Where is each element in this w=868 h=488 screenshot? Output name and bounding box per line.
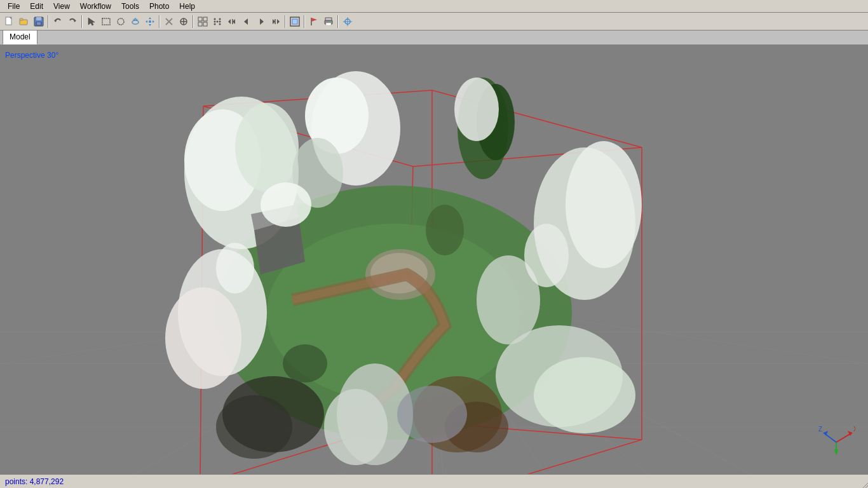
svg-line-70 <box>200 106 203 474</box>
new-button[interactable] <box>3 15 17 29</box>
svg-point-52 <box>330 22 332 23</box>
menu-workflow[interactable]: Workflow <box>75 1 116 12</box>
menu-view[interactable]: View <box>48 1 75 12</box>
svg-line-62 <box>434 300 826 474</box>
svg-text:X: X <box>853 426 855 433</box>
svg-point-107 <box>261 182 311 227</box>
svg-line-59 <box>434 300 445 474</box>
sep4 <box>193 15 194 28</box>
svg-point-100 <box>292 138 343 208</box>
save-button[interactable] <box>32 15 46 29</box>
svg-point-80 <box>305 78 369 154</box>
svg-marker-18 <box>146 20 147 23</box>
svg-point-91 <box>165 287 241 389</box>
tab-area: Model <box>0 30 868 46</box>
svg-point-96 <box>222 376 324 452</box>
pan-button[interactable] <box>143 15 157 29</box>
svg-point-81 <box>458 78 508 179</box>
menu-photo[interactable]: Photo <box>144 1 174 12</box>
svg-marker-40 <box>244 18 248 25</box>
perspective-label: Perspective 30° <box>5 51 58 60</box>
prev-camera-button[interactable] <box>225 15 239 29</box>
svg-marker-68 <box>200 421 642 474</box>
rect-select-button[interactable] <box>99 15 113 29</box>
svg-point-75 <box>267 224 521 402</box>
svg-rect-26 <box>198 17 202 21</box>
svg-point-106 <box>524 224 569 287</box>
svg-point-30 <box>214 18 216 20</box>
open-button[interactable] <box>17 15 31 29</box>
redo-button[interactable] <box>65 15 79 29</box>
svg-line-118 <box>865 485 868 488</box>
svg-point-78 <box>235 103 299 192</box>
svg-point-34 <box>217 20 219 22</box>
svg-marker-19 <box>153 20 154 23</box>
prev-nav-button[interactable] <box>240 15 254 29</box>
sep3 <box>159 15 160 28</box>
next-nav-button[interactable] <box>254 15 268 29</box>
undo-button[interactable] <box>51 15 65 29</box>
points-button[interactable] <box>210 15 224 29</box>
svg-text:Z: Z <box>818 426 822 433</box>
svg-point-94 <box>337 363 413 465</box>
svg-point-93 <box>370 253 428 294</box>
svg-point-83 <box>454 78 499 141</box>
svg-rect-6 <box>36 17 41 20</box>
svg-line-64 <box>434 300 868 363</box>
svg-point-98 <box>413 376 502 452</box>
svg-line-73 <box>407 166 413 421</box>
flag-button[interactable] <box>307 15 321 29</box>
view-all-button[interactable] <box>288 15 302 29</box>
grid-overlay <box>0 46 868 474</box>
sep1 <box>48 15 49 28</box>
svg-point-102 <box>477 255 540 344</box>
select-button[interactable] <box>85 15 98 29</box>
svg-marker-89 <box>251 205 299 230</box>
svg-marker-42 <box>277 19 280 24</box>
svg-point-76 <box>184 97 299 249</box>
sep5 <box>285 15 286 28</box>
svg-point-92 <box>365 249 435 300</box>
points-count: points: 4,877,292 <box>5 477 64 486</box>
viewport[interactable]: Perspective 30° <box>0 46 868 474</box>
model-tab[interactable]: Model <box>3 30 37 44</box>
svg-rect-27 <box>203 17 207 21</box>
menu-edit[interactable]: Edit <box>25 1 48 12</box>
add-marker-button[interactable] <box>177 15 191 29</box>
resize-corner[interactable] <box>858 478 868 488</box>
menu-tools[interactable]: Tools <box>116 1 144 12</box>
svg-line-58 <box>318 300 434 474</box>
transform-button[interactable] <box>341 15 355 29</box>
svg-point-36 <box>219 20 221 22</box>
svg-point-90 <box>178 249 267 376</box>
svg-point-13 <box>118 18 124 25</box>
svg-rect-46 <box>292 19 297 24</box>
svg-marker-88 <box>254 217 305 274</box>
grid-button[interactable] <box>196 15 210 29</box>
toolbar <box>0 13 868 30</box>
svg-rect-28 <box>198 22 202 26</box>
svg-line-117 <box>863 483 868 488</box>
svg-point-77 <box>184 109 261 211</box>
scene-container: Perspective 30° <box>0 46 868 474</box>
menu-file[interactable]: File <box>3 1 25 12</box>
svg-point-79 <box>311 71 400 186</box>
svg-point-74 <box>216 186 572 440</box>
menu-help[interactable]: Help <box>174 1 200 12</box>
svg-marker-69 <box>203 90 642 166</box>
svg-marker-48 <box>311 18 317 22</box>
cut-button[interactable] <box>162 15 176 29</box>
svg-point-33 <box>219 23 221 25</box>
circle-select-button[interactable] <box>114 15 128 29</box>
svg-marker-37 <box>228 19 231 24</box>
next-camera-button[interactable] <box>269 15 283 29</box>
svg-point-104 <box>426 205 464 255</box>
menu-bar: File Edit View Workflow Tools Photo Help <box>0 0 868 13</box>
status-bar: points: 4,877,292 <box>0 474 868 488</box>
rotate-3d-button[interactable] <box>128 15 142 29</box>
point-cloud-svg <box>0 46 868 474</box>
print-button[interactable] <box>322 15 336 29</box>
svg-point-31 <box>219 18 221 20</box>
svg-point-82 <box>477 84 515 160</box>
svg-point-20 <box>149 20 151 23</box>
